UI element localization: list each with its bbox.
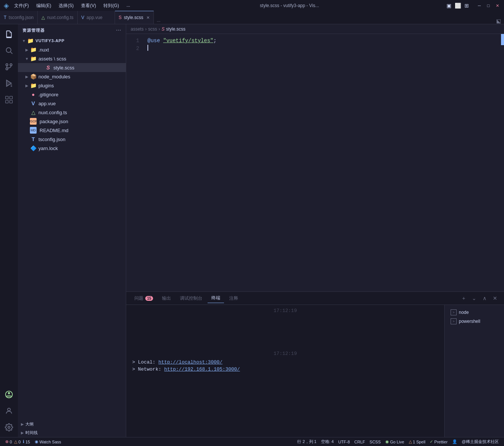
status-error-count: 0 bbox=[10, 440, 12, 444]
project-root[interactable]: ▼ 📁 VUTIFY3-APP bbox=[18, 36, 126, 45]
terminal-content: 17:12:19 17:12:19 > Local: http://localh… bbox=[126, 305, 504, 437]
activity-settings[interactable] bbox=[1, 420, 16, 435]
terminal-network-link[interactable]: http://192.168.1.105:3000/ bbox=[164, 367, 240, 372]
tab-stylescss[interactable]: S style.scss ✕ bbox=[115, 11, 154, 24]
terminal-spacer bbox=[132, 328, 438, 351]
sidebar-item-nodemodules[interactable]: ▶ 📦 node_modules bbox=[18, 72, 126, 81]
activity-search[interactable] bbox=[1, 43, 16, 58]
sidebar-item-readme[interactable]: MD README.md bbox=[18, 126, 126, 135]
activity-ai[interactable] bbox=[1, 387, 16, 402]
sidebar-item-tsconfig[interactable]: T tsconfig.json bbox=[18, 135, 126, 144]
close-button[interactable]: ✕ bbox=[494, 3, 500, 9]
window-controls[interactable]: ▣ ⬜ ⊞ ─ □ ✕ bbox=[446, 3, 500, 9]
root-folder-icon: 📁 bbox=[27, 37, 34, 44]
nuxtconfig-tab-icon: △ bbox=[41, 15, 45, 20]
menu-more[interactable]: ... bbox=[124, 2, 133, 10]
nodemodules-label: node_modules bbox=[38, 74, 70, 79]
warning-icon: △ bbox=[14, 439, 17, 444]
terminal-tab-comments[interactable]: 注释 bbox=[225, 294, 242, 303]
sidebar-item-plugins[interactable]: ▶ 📁 plugins bbox=[18, 81, 126, 90]
svg-marker-5 bbox=[7, 80, 12, 87]
terminal-tab-output[interactable]: 输出 bbox=[158, 294, 175, 303]
status-encoding[interactable]: UTF-8 bbox=[336, 440, 352, 444]
minimize-button[interactable]: ─ bbox=[476, 3, 482, 9]
tab-more-button[interactable]: ··· bbox=[154, 19, 164, 24]
readme-icon: MD bbox=[30, 127, 37, 134]
plugins-label: plugins bbox=[38, 83, 54, 88]
menu-bar[interactable]: 文件(F) 编辑(E) 选择(S) 查看(V) 转到(G) ... bbox=[11, 2, 133, 10]
activity-run[interactable] bbox=[1, 76, 16, 91]
terminal-dropdown-button[interactable]: ⌄ bbox=[470, 294, 479, 303]
layout-icon[interactable]: ▣ bbox=[446, 3, 452, 9]
status-spaces[interactable]: 空格: 4 bbox=[319, 439, 336, 445]
status-watch-sass[interactable]: ◉ Watch Sass bbox=[32, 437, 63, 446]
sidebar-item-yarnlock[interactable]: 🔷 yarn.lock bbox=[18, 144, 126, 153]
sidebar-item-assets[interactable]: ▼ 📁 assets \ scss bbox=[18, 54, 126, 63]
sidebar-item-stylescss[interactable]: S style.scss bbox=[18, 63, 126, 72]
code-content[interactable]: @use "vuetify/styles" ; bbox=[143, 34, 504, 291]
breadcrumb-assets[interactable]: assets bbox=[131, 26, 144, 32]
status-go-live[interactable]: ◉ Go Live bbox=[383, 439, 407, 444]
code-space bbox=[160, 37, 163, 45]
terminal-add-button[interactable]: + bbox=[459, 294, 468, 303]
layout-split-icon[interactable]: ⬜ bbox=[455, 3, 461, 9]
tab-tsconfig[interactable]: T tsconfig.json bbox=[0, 11, 38, 24]
yarnlock-label: yarn.lock bbox=[38, 146, 58, 151]
outline-panel[interactable]: ▶ 大纲 bbox=[18, 420, 126, 428]
sidebar-item-gitignore[interactable]: ● .gitignore bbox=[18, 90, 126, 99]
shell-node-icon: > bbox=[451, 309, 457, 315]
minimap-highlight bbox=[501, 34, 504, 45]
terminal-tab-terminal[interactable]: 终端 bbox=[208, 293, 224, 303]
svg-point-4 bbox=[6, 64, 8, 66]
menu-edit[interactable]: 编辑(E) bbox=[33, 2, 54, 10]
maximize-button[interactable]: □ bbox=[485, 3, 491, 9]
terminal-tab-problems[interactable]: 问题 15 bbox=[131, 294, 157, 303]
gitignore-no-arrow bbox=[24, 91, 30, 97]
status-spell[interactable]: △ 1 Spell bbox=[407, 439, 428, 444]
sidebar-item-appvue[interactable]: V app.vue bbox=[18, 99, 126, 108]
sidebar-item-nuxt[interactable]: ▶ 📁 .nuxt bbox=[18, 45, 126, 54]
nuxt-folder-icon: 📁 bbox=[30, 46, 37, 53]
terminal-tab-debug[interactable]: 调试控制台 bbox=[176, 294, 206, 303]
status-errors[interactable]: ⊗ 0 △ 0 ℹ 15 bbox=[3, 437, 32, 446]
menu-view[interactable]: 查看(V) bbox=[78, 2, 99, 10]
terminal-shell-powershell[interactable]: > powershell bbox=[448, 317, 501, 326]
tab-close-icon[interactable]: ✕ bbox=[146, 15, 150, 20]
breadcrumb-scss[interactable]: scss bbox=[148, 26, 157, 32]
terminal-output[interactable]: 17:12:19 17:12:19 > Local: http://localh… bbox=[126, 305, 444, 437]
layout-grid-icon[interactable]: ⊞ bbox=[464, 3, 470, 9]
terminal-close-button[interactable]: ✕ bbox=[491, 294, 500, 303]
sidebar-item-nuxtconfig[interactable]: △ nuxt.config.ts bbox=[18, 108, 126, 117]
tab-split-button[interactable]: ⬕ bbox=[493, 18, 504, 24]
readme-label: README.md bbox=[40, 128, 68, 133]
status-community[interactable]: @稀土掘金技术社区 bbox=[460, 439, 501, 445]
terminal-local-line: > Local: http://localhost:3000/ bbox=[132, 359, 438, 365]
menu-file[interactable]: 文件(F) bbox=[11, 2, 32, 10]
status-line-ending-label: CRLF bbox=[354, 440, 365, 444]
menu-select[interactable]: 选择(S) bbox=[56, 2, 77, 10]
breadcrumb-sep1: › bbox=[145, 26, 147, 32]
menu-goto[interactable]: 转到(G) bbox=[100, 2, 122, 10]
vuetify-string: "vuetify/styles" bbox=[163, 37, 213, 45]
status-user-icon[interactable]: 👤 bbox=[450, 439, 460, 444]
code-editor[interactable]: 1 2 @use "vuetify/styles" ; bbox=[126, 34, 504, 291]
tab-nuxtconfig[interactable]: △ nuxt.config.ts bbox=[38, 11, 78, 24]
stylescss-no-arrow bbox=[39, 65, 45, 71]
activity-account[interactable] bbox=[1, 403, 16, 418]
status-language[interactable]: SCSS bbox=[367, 440, 383, 444]
tab-appvue[interactable]: V app.vue bbox=[78, 11, 115, 24]
status-line-ending[interactable]: CRLF bbox=[352, 440, 367, 444]
activity-source-control[interactable] bbox=[1, 59, 16, 74]
sidebar-more-button[interactable]: ··· bbox=[116, 27, 121, 33]
status-cursor[interactable]: 行 2，列 1 bbox=[295, 439, 318, 445]
terminal-local-link[interactable]: http://localhost:3000/ bbox=[158, 359, 223, 365]
activity-explorer[interactable] bbox=[1, 26, 16, 41]
terminal-maximize-button[interactable]: ∧ bbox=[480, 294, 489, 303]
timeline-panel[interactable]: ▶ 时间线 bbox=[18, 428, 126, 437]
sidebar-item-packagejson[interactable]: JSON package.json bbox=[18, 117, 126, 126]
nuxtconfig-no-arrow bbox=[24, 109, 30, 115]
nuxtconfig-label: nuxt.config.ts bbox=[38, 110, 67, 115]
activity-extensions[interactable] bbox=[1, 92, 16, 107]
status-prettier[interactable]: ✓ Prettier bbox=[427, 439, 449, 444]
terminal-shell-node[interactable]: > node bbox=[448, 308, 501, 317]
